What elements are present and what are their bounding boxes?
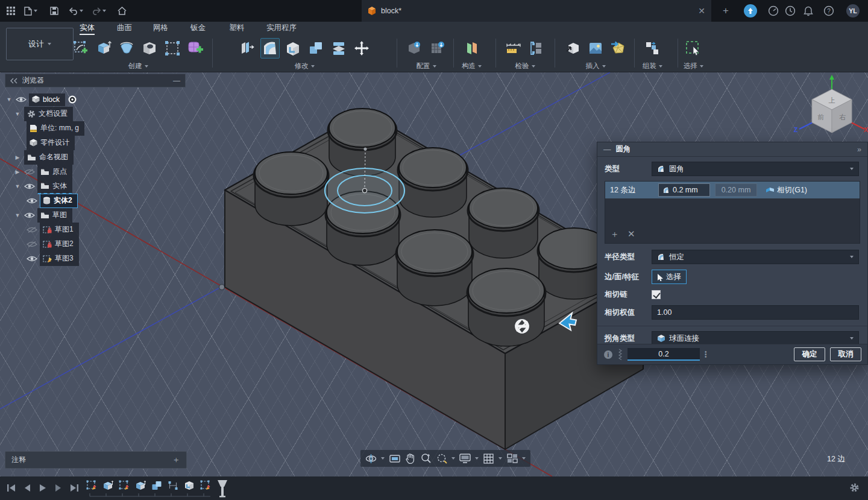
eye-icon[interactable] [27, 197, 37, 204]
tab-utilities[interactable]: 实用程序 [266, 22, 297, 35]
chevron-down-icon[interactable]: ▼ [13, 183, 22, 189]
pattern-icon[interactable] [163, 38, 182, 59]
tree-row-sketch1[interactable]: 草图1 [27, 223, 186, 237]
group-insert-label[interactable]: 插入 [586, 62, 600, 71]
viewcube-top-label[interactable]: 上 [829, 97, 835, 104]
chevron-right-icon[interactable]: ▶ [13, 154, 22, 160]
fillet-radius-input[interactable]: 0.2 [627, 348, 700, 361]
fillet-icon[interactable] [260, 38, 280, 59]
history-icon[interactable] [784, 4, 797, 17]
timeline-play-icon[interactable] [37, 483, 48, 493]
comments-bar[interactable]: 注释 ＋ [5, 451, 187, 469]
file-icon[interactable] [22, 5, 34, 17]
feature-sketch1-icon[interactable] [86, 480, 97, 491]
zoom-window-icon[interactable] [436, 453, 447, 464]
tree-row-sketches[interactable]: ▼ 草图 [13, 208, 186, 223]
workspace-dropdown[interactable]: 设计 [6, 28, 74, 60]
tree-item-block[interactable]: block [29, 93, 65, 106]
feature-shell-icon[interactable] [184, 480, 195, 491]
tangency-dropdown[interactable]: 相切(G1) [762, 183, 811, 197]
timeline-settings-gear-icon[interactable] [849, 483, 860, 495]
app-grid-icon[interactable] [5, 5, 17, 17]
group-construct-label[interactable]: 构造 [462, 62, 476, 71]
insights-icon[interactable] [767, 4, 780, 17]
insert-image-icon[interactable] [586, 38, 605, 59]
feature-extrude1-icon[interactable] [102, 480, 113, 491]
browser-minimize-icon[interactable]: — [173, 77, 180, 85]
eye-icon[interactable] [16, 96, 27, 103]
expression-menu-icon[interactable]: ••• [705, 351, 707, 358]
tab-surface[interactable]: 曲面 [117, 22, 132, 35]
job-status-icon[interactable] [744, 4, 757, 17]
eye-icon[interactable] [24, 183, 35, 190]
feature-extrude2-icon[interactable] [135, 480, 146, 491]
view-cube[interactable]: 上 前 右 Z X [794, 75, 868, 133]
group-configure-label[interactable]: 配置 [417, 62, 430, 71]
dialog-expand-icon[interactable]: » [857, 145, 861, 154]
edge-select-button[interactable]: 选择 [652, 270, 687, 284]
fillet-dialog-header[interactable]: — 圆角 » [597, 142, 867, 157]
tree-row-part-design[interactable]: 零件设计 [27, 136, 186, 150]
tree-row-doc-settings[interactable]: ▼ 文档设置 [13, 107, 186, 121]
undo-caret-icon[interactable] [78, 5, 84, 17]
group-inspect-label[interactable]: 检验 [515, 62, 529, 71]
split-body-icon[interactable] [329, 38, 348, 59]
radius-type-dropdown[interactable]: 恒定 [652, 250, 859, 264]
timeline-playhead[interactable] [216, 480, 228, 500]
insert-mesh-icon[interactable] [609, 38, 628, 59]
combine-icon[interactable] [306, 38, 326, 59]
home-icon[interactable] [116, 5, 128, 17]
group-select-label[interactable]: 选择 [684, 62, 697, 71]
feature-sketch2-icon[interactable] [119, 480, 130, 491]
tab-mesh[interactable]: 网格 [153, 22, 168, 35]
timeline-go-start-icon[interactable] [6, 483, 17, 493]
chevron-down-icon[interactable]: ▼ [13, 111, 22, 117]
insert-derive-icon[interactable] [563, 38, 582, 59]
help-icon[interactable]: ? [822, 4, 835, 17]
radius-drag-handle-icon[interactable] [515, 319, 530, 334]
type-dropdown[interactable]: 圆角 [652, 162, 859, 176]
select-icon[interactable] [684, 38, 703, 59]
look-at-icon[interactable] [389, 453, 400, 464]
tree-row-bodies[interactable]: ▼ 实体 [13, 179, 186, 194]
hole-icon[interactable] [140, 38, 159, 59]
feature-combine-icon[interactable] [151, 480, 162, 491]
grid-settings-icon[interactable] [483, 453, 494, 464]
undo-icon[interactable] [68, 5, 80, 17]
revolve-icon[interactable] [117, 38, 136, 59]
group-modify-label[interactable]: 修改 [295, 62, 309, 71]
collapse-panel-icon[interactable] [10, 78, 17, 84]
eye-off-icon[interactable] [27, 241, 37, 248]
viewcube-front-label[interactable]: 前 [817, 113, 825, 121]
tangent-chain-checkbox[interactable] [652, 290, 661, 299]
radius-ghost-field[interactable]: 0.20 mm [715, 183, 757, 197]
extrude-icon[interactable] [94, 38, 113, 59]
configure-icon[interactable] [405, 38, 424, 59]
avatar[interactable]: YL [846, 4, 860, 17]
redo-caret-icon[interactable] [101, 5, 107, 17]
viewcube-right-label[interactable]: 右 [840, 113, 846, 121]
create-sketch-icon[interactable] [71, 38, 90, 59]
viewcube-z-label[interactable]: Z [794, 126, 798, 133]
tree-row-sketch2[interactable]: 草图2 [27, 237, 186, 252]
create-form-icon[interactable] [186, 38, 205, 59]
pan-icon[interactable] [404, 453, 416, 464]
cancel-button[interactable]: 取消 [830, 347, 861, 361]
group-create-label[interactable]: 创建 [128, 62, 142, 71]
new-tab-icon[interactable]: + [720, 5, 732, 17]
tree-row-units[interactable]: 单位: mm, g [27, 121, 186, 136]
tab-close-icon[interactable]: ✕ [698, 6, 705, 16]
eye-off-icon[interactable] [27, 226, 37, 233]
timeline-step-forward-icon[interactable] [53, 483, 64, 493]
tab-solid[interactable]: 实体 [80, 22, 95, 35]
tree-row-body2[interactable]: 实体2 [27, 194, 186, 208]
notifications-icon[interactable] [802, 4, 815, 17]
group-assemble-label[interactable]: 组装 [643, 62, 656, 71]
add-edge-set-icon[interactable]: ＋ [610, 229, 619, 240]
tangent-weight-field[interactable]: 1.00 [652, 305, 859, 320]
ok-button[interactable]: 确定 [794, 347, 825, 361]
timeline-step-back-icon[interactable] [22, 483, 33, 493]
tab-plastic[interactable]: 塑料 [229, 22, 244, 35]
edge-set-row[interactable]: 12 条边 0.2 mm 0.20 mm 相切(G1) [605, 182, 860, 198]
assemble-icon[interactable] [643, 38, 662, 59]
